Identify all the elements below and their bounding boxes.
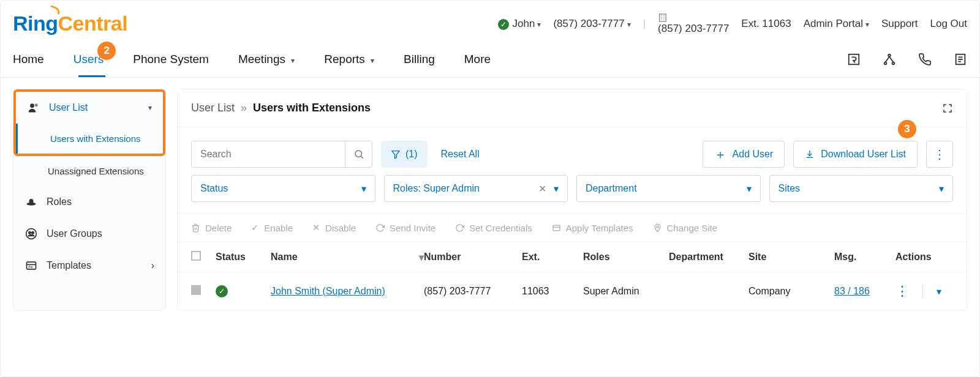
template-icon: A≡ [24,259,38,272]
main-panel: User List » Users with Extensions (1) [177,89,967,311]
search-button[interactable] [345,141,372,167]
nav-meetings[interactable]: Meetings ▾ [238,53,295,77]
refresh-icon [375,223,385,233]
nav-more[interactable]: More [464,53,491,77]
chevron-down-icon: ▾ [148,103,152,112]
reset-all-link[interactable]: Reset All [441,149,480,160]
logout-link[interactable]: Log Out [930,18,968,30]
status-dropdown[interactable]: Status ▾ [191,175,375,202]
svg-point-22 [32,232,34,234]
nav-users[interactable]: Users 2 [74,53,104,77]
phone-icon[interactable] [918,53,932,66]
filter-icon [391,149,401,159]
current-user[interactable]: ✓John▾ [498,18,541,30]
refresh-icon [455,223,464,233]
svg-point-26 [355,151,362,157]
roles-dropdown[interactable]: Roles: Super Admin ✕ ▾ [384,175,568,202]
nav-home[interactable]: Home [13,53,44,77]
sidebar-users-with-extensions[interactable]: Users with Extensions [16,124,163,154]
select-all-checkbox[interactable] [191,251,201,261]
col-actions: Actions [895,252,953,263]
sidebar-user-list[interactable]: User List ▾ [16,92,163,124]
search-input-wrap [191,141,372,168]
callout-badge-3: 3 [898,120,916,138]
svg-line-11 [886,56,889,62]
bulk-apply-templates[interactable]: Apply Templates [552,222,633,233]
phone-dropdown[interactable]: (857) 203-7777▾ [553,18,630,30]
network-icon[interactable] [883,53,896,66]
svg-point-17 [30,103,34,108]
svg-point-10 [892,62,895,65]
svg-marker-28 [392,151,399,159]
col-department[interactable]: Department [669,252,748,263]
sidebar-roles[interactable]: Roles [13,186,165,218]
row-expand-chevron[interactable]: ▾ [937,286,941,297]
expand-icon[interactable] [942,103,953,114]
callout-badge-2: 2 [97,42,116,60]
user-number: (857) 203-7777 [424,286,522,297]
chevron-down-icon: ▾ [537,20,541,29]
chevron-down-icon: ▾ [361,183,366,195]
filter-button[interactable]: (1) [381,141,428,168]
chevron-right-icon: › [151,260,154,271]
more-actions-button[interactable]: ⋮ [926,141,953,168]
add-user-button[interactable]: ＋ Add User [703,141,785,168]
sidebar-unassigned-extensions[interactable]: Unassigned Extensions [13,156,165,186]
nav-reports[interactable]: Reports ▾ [324,53,374,77]
user-msg-link[interactable]: 83 / 186 [834,286,870,296]
svg-rect-7 [849,54,859,65]
chevron-down-icon: ▾ [371,56,374,65]
col-site[interactable]: Site [748,252,834,263]
chevron-down-icon: ▾ [291,56,295,65]
support-link[interactable]: Support [881,18,918,30]
bulk-disable[interactable]: ✕Disable [312,222,356,233]
nav-phone-system[interactable]: Phone System [133,53,209,77]
svg-point-18 [35,103,38,106]
user-roles: Super Admin [583,286,669,297]
bulk-delete[interactable]: Delete [191,222,232,233]
status-active-icon: ✓ [216,285,228,297]
portal-dropdown[interactable]: Admin Portal▾ [804,18,869,30]
sites-dropdown[interactable]: Sites ▾ [769,175,954,202]
extension-label: Ext. 11063 [741,18,791,30]
users-icon [27,102,40,114]
nav-billing[interactable]: Billing [404,53,435,77]
col-roles[interactable]: Roles [583,252,669,263]
page-title: Users with Extensions [253,102,371,114]
row-checkbox[interactable] [191,285,201,295]
svg-point-9 [884,62,887,65]
user-site: Company [748,286,834,297]
notes-icon[interactable] [954,53,967,66]
trash-icon [191,223,200,233]
col-status[interactable]: Status [216,252,271,263]
col-number[interactable]: Number [424,252,522,263]
download-user-list-button[interactable]: Download User List [793,141,918,168]
sidebar-user-groups[interactable]: User Groups [13,218,165,250]
logo[interactable]: RingCentral [13,12,127,35]
col-name[interactable]: Name ▾ [271,252,424,263]
search-input[interactable] [192,141,345,167]
x-icon: ✕ [312,222,320,233]
svg-point-21 [29,232,31,234]
svg-line-12 [889,56,893,62]
bulk-change-site[interactable]: Change Site [653,222,718,233]
chevron-down-icon: ▾ [747,183,752,195]
row-kebab-menu[interactable]: ⋮ [895,283,909,299]
clear-icon[interactable]: ✕ [538,183,546,195]
col-msg[interactable]: Msg. [834,252,895,263]
location-icon [653,223,662,233]
bulk-set-credentials[interactable]: Set Credentials [455,222,532,233]
svg-text:A≡: A≡ [28,265,33,269]
building-icon [658,13,729,23]
sidebar: User List ▾ Users with Extensions Unassi… [13,89,166,311]
user-name-link[interactable]: John Smith (Super Admin) [271,286,385,297]
col-ext[interactable]: Ext. [522,252,583,263]
sidebar-templates[interactable]: A≡ Templates › [13,250,165,282]
app-icon[interactable] [847,53,861,66]
bulk-enable[interactable]: ✓Enable [251,222,293,233]
bulk-send-invite[interactable]: Send Invite [375,222,435,233]
svg-rect-0 [660,14,666,21]
chevron-down-icon: ▾ [865,20,869,29]
breadcrumb-root[interactable]: User List [191,102,235,114]
department-dropdown[interactable]: Department ▾ [576,175,761,202]
